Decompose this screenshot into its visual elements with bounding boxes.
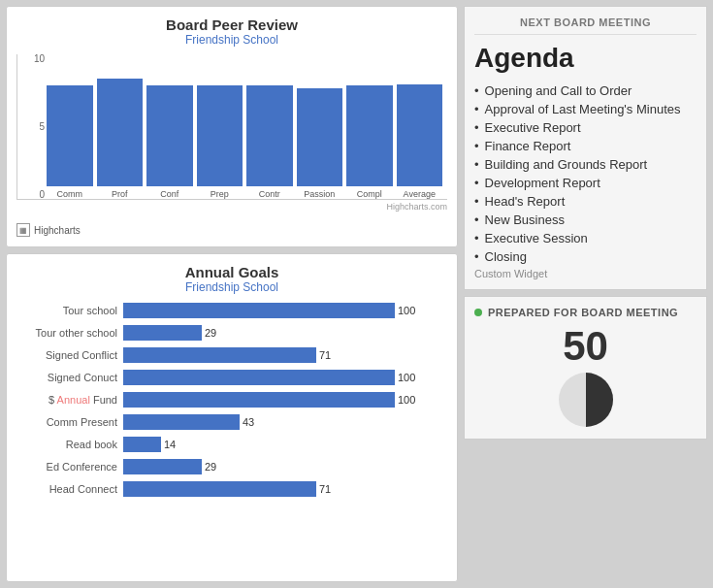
v-bar-label: Conf bbox=[160, 189, 178, 199]
h-bar-track: 100 bbox=[123, 303, 447, 318]
v-bar bbox=[246, 85, 293, 186]
h-bar-track: 100 bbox=[123, 392, 447, 408]
h-bar-label: $ Annual Fund bbox=[16, 394, 123, 406]
annual-goals-card: Annual Goals Friendship School Tour scho… bbox=[6, 253, 458, 582]
v-bar-group: Prep bbox=[197, 85, 243, 199]
v-bar bbox=[397, 84, 443, 186]
h-bar-value: 14 bbox=[164, 437, 176, 452]
agenda-item: Finance Report bbox=[474, 137, 697, 155]
h-bar-value: 100 bbox=[398, 370, 415, 385]
prepared-number: 50 bbox=[474, 326, 697, 367]
pie-svg bbox=[557, 371, 615, 429]
right-column: NEXT BOARD MEETING Agenda Opening and Ca… bbox=[464, 0, 713, 588]
pie-chart-placeholder bbox=[557, 371, 615, 429]
h-bar-value: 71 bbox=[319, 347, 331, 363]
board-chart-title: Board Peer Review bbox=[16, 16, 447, 33]
agenda-item: Head's Report bbox=[474, 192, 697, 211]
h-bar-row: Tour other school 29 bbox=[16, 324, 447, 342]
v-bar-group: Prof bbox=[97, 79, 144, 199]
agenda-list: Opening and Call to OrderApproval of Las… bbox=[474, 82, 697, 266]
h-bar-row: Tour school 100 bbox=[16, 302, 447, 319]
h-bar-row: Comm Present 43 bbox=[16, 413, 447, 431]
v-bar bbox=[146, 85, 193, 186]
agenda-item: Development Report bbox=[474, 174, 697, 192]
agenda-item: New Business bbox=[474, 211, 697, 229]
v-bar-label: Contr bbox=[259, 189, 280, 199]
h-bar-label: Tour school bbox=[16, 305, 123, 316]
board-bar-chart-container: 10 5 0 Comm Prof Conf Prep Contr Passion bbox=[16, 54, 447, 219]
h-bar-value: 29 bbox=[205, 325, 216, 341]
h-bar-label: Tour other school bbox=[16, 327, 123, 339]
h-bar-fill bbox=[123, 325, 202, 341]
h-bar-row: Ed Conference 29 bbox=[16, 458, 447, 475]
board-chart-subtitle: Friendship School bbox=[16, 33, 447, 47]
h-bar-value: 100 bbox=[398, 303, 415, 318]
h-bar-value: 71 bbox=[319, 481, 331, 497]
left-column: Board Peer Review Friendship School 10 5… bbox=[0, 0, 464, 588]
h-bar-row: $ Annual Fund 100 bbox=[16, 391, 447, 408]
v-bar bbox=[297, 88, 343, 186]
agenda-item: Executive Session bbox=[474, 229, 697, 247]
annual-goals-title: Annual Goals bbox=[16, 264, 447, 280]
h-bar-fill bbox=[123, 392, 395, 408]
h-bar-track: 100 bbox=[123, 370, 447, 385]
h-bar-fill bbox=[123, 459, 202, 474]
vertical-chart: 10 5 0 Comm Prof Conf Prep Contr Passion bbox=[16, 54, 447, 200]
v-bar-label: Comm bbox=[57, 189, 83, 199]
highcharts-credit: Highcharts.com bbox=[16, 202, 447, 212]
agenda-title: Agenda bbox=[474, 43, 697, 74]
h-bar-row: Head Connect 71 bbox=[16, 480, 447, 498]
h-bar-label: Signed Conflict bbox=[16, 349, 123, 361]
agenda-item: Opening and Call to Order bbox=[474, 82, 697, 100]
chart-icon: ▦ bbox=[16, 223, 30, 237]
h-bar-row: Signed Conuct 100 bbox=[16, 369, 447, 386]
green-dot-icon bbox=[474, 309, 482, 316]
h-bar-fill bbox=[123, 414, 240, 430]
y-label-10: 10 bbox=[17, 54, 45, 64]
v-bar-label: Average bbox=[404, 189, 436, 199]
h-bar-label: Head Connect bbox=[16, 483, 123, 495]
h-bar-track: 29 bbox=[123, 325, 447, 341]
h-bar-value: 100 bbox=[398, 392, 415, 408]
highcharts-label: Highcharts bbox=[34, 225, 81, 236]
v-bar-group: Passion bbox=[297, 88, 343, 199]
prepared-header-label: PREPARED FOR BOARD MEETING bbox=[488, 307, 678, 318]
v-bar bbox=[346, 85, 393, 186]
v-bar-label: Prof bbox=[112, 189, 128, 199]
custom-widget-label: Custom Widget bbox=[474, 268, 697, 279]
v-bar-label: Passion bbox=[304, 189, 335, 199]
annual-goals-chart: Tour school 100 Tour other school 29 Sig… bbox=[16, 302, 447, 498]
h-bar-fill bbox=[123, 347, 316, 363]
h-bar-label: Signed Conuct bbox=[16, 372, 123, 383]
agenda-item: Building and Grounds Report bbox=[474, 155, 697, 174]
next-meeting-header: NEXT BOARD MEETING bbox=[474, 16, 697, 35]
h-bar-track: 71 bbox=[123, 481, 447, 497]
h-bar-value: 43 bbox=[243, 414, 254, 430]
next-meeting-card: NEXT BOARD MEETING Agenda Opening and Ca… bbox=[464, 6, 707, 290]
v-bar-group: Average bbox=[397, 84, 443, 199]
h-bar-track: 29 bbox=[123, 459, 447, 474]
h-bar-row: Read book 14 bbox=[16, 436, 447, 453]
h-bar-label: Ed Conference bbox=[16, 461, 123, 473]
prepared-header: PREPARED FOR BOARD MEETING bbox=[474, 307, 697, 318]
y-label-0: 0 bbox=[17, 190, 45, 200]
v-bar bbox=[197, 85, 243, 186]
v-bar-group: Conf bbox=[146, 85, 193, 199]
v-bar-group: Contr bbox=[246, 85, 293, 199]
annual-goals-subtitle: Friendship School bbox=[16, 280, 447, 294]
board-peer-review-card: Board Peer Review Friendship School 10 5… bbox=[6, 6, 458, 247]
prepared-for-board-card: PREPARED FOR BOARD MEETING 50 bbox=[464, 296, 707, 440]
v-bar-group: Compl bbox=[346, 85, 393, 199]
v-bar bbox=[47, 85, 93, 186]
y-axis-labels: 10 5 0 bbox=[17, 54, 45, 200]
v-bar-label: Prep bbox=[211, 189, 229, 199]
h-bar-value: 29 bbox=[205, 459, 216, 474]
h-bar-track: 43 bbox=[123, 414, 447, 430]
h-bar-fill bbox=[123, 370, 395, 385]
v-bars: Comm Prof Conf Prep Contr Passion Compl … bbox=[47, 53, 442, 199]
v-bar-label: Compl bbox=[357, 189, 382, 199]
agenda-item: Closing bbox=[474, 247, 697, 266]
agenda-item: Executive Report bbox=[474, 118, 697, 137]
highcharts-logo: ▦ Highcharts bbox=[16, 223, 447, 237]
h-bar-fill bbox=[123, 437, 161, 452]
